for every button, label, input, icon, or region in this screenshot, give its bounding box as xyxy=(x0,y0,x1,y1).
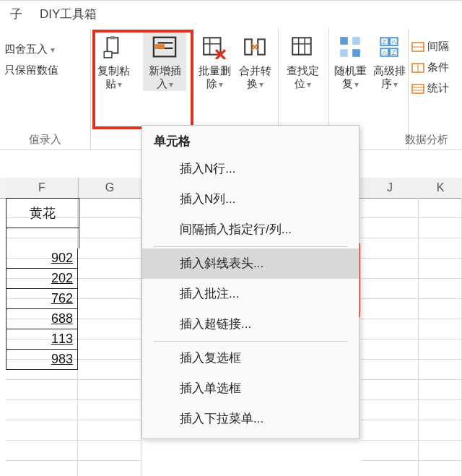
menu-item[interactable]: 间隔插入指定行/列... xyxy=(142,215,359,245)
grid-cell[interactable] xyxy=(78,380,141,400)
grid-cell[interactable] xyxy=(419,299,462,319)
grid-cell[interactable] xyxy=(361,380,419,400)
random-repeat-button[interactable]: 随机重复▾ xyxy=(332,33,368,91)
grid-cell[interactable] xyxy=(78,279,141,299)
grid-cell[interactable] xyxy=(361,279,419,299)
grid-cell[interactable] xyxy=(419,380,462,400)
svg-text:A: A xyxy=(391,38,396,46)
grid-cell[interactable] xyxy=(361,360,419,380)
grid-cell[interactable] xyxy=(78,400,141,420)
data-cell[interactable]: 202 xyxy=(6,269,78,289)
column-header-K[interactable]: K xyxy=(419,178,462,198)
menu-item[interactable]: 插入超链接... xyxy=(142,309,359,339)
grid-cell[interactable] xyxy=(361,218,419,238)
condition-button[interactable]: 条件 xyxy=(411,59,462,76)
column-header-F[interactable]: F xyxy=(6,178,79,199)
grid-cell[interactable] xyxy=(361,299,419,319)
keep-value-only-button[interactable]: 只保留数值 xyxy=(0,64,90,77)
grid-cell[interactable] xyxy=(419,198,462,218)
table-delete-icon xyxy=(200,33,229,61)
new-insert-l1: 新增插 xyxy=(149,64,181,77)
column-header-G[interactable]: G xyxy=(78,178,142,198)
grid-cell[interactable] xyxy=(361,319,419,339)
grid-cell[interactable] xyxy=(419,319,462,339)
menu-item[interactable]: 插入单选框 xyxy=(142,373,359,404)
grid-cell[interactable] xyxy=(361,400,419,420)
menu-item[interactable]: 插入斜线表头... xyxy=(142,248,359,279)
random-repeat-l1: 随机重 xyxy=(334,64,367,77)
grid-cell[interactable] xyxy=(419,420,462,441)
data-cell[interactable]: 113 xyxy=(6,329,78,350)
round-button[interactable]: 四舍五入 ▾ xyxy=(0,43,90,56)
grid-cell[interactable] xyxy=(78,360,141,380)
grid-cell[interactable] xyxy=(361,339,419,360)
grid-cell[interactable] xyxy=(419,360,462,380)
menu-item[interactable]: 插入批注... xyxy=(142,279,359,309)
new-insert-button[interactable]: 新增插入▾ xyxy=(143,33,186,91)
grid-cell[interactable] xyxy=(78,339,141,360)
chevron-down-icon: ▾ xyxy=(219,78,223,91)
grid-cell[interactable] xyxy=(78,198,141,218)
grid-cell[interactable] xyxy=(6,461,78,476)
group-label-value-entry: 值录入 xyxy=(0,133,90,147)
svg-rect-21 xyxy=(352,49,360,57)
grid-cell[interactable] xyxy=(419,339,462,360)
ribbon-section-value-entry: 四舍五入 ▾ 只保留数值 值录入 xyxy=(0,28,91,150)
grid-cell[interactable] xyxy=(78,420,141,441)
statistics-button[interactable]: 统计 xyxy=(411,80,462,97)
tab-diy-toolbox[interactable]: DIY工具箱 xyxy=(31,1,105,28)
table-row[interactable] xyxy=(0,441,462,461)
grid-cell[interactable] xyxy=(361,461,419,476)
data-spacer-cell[interactable] xyxy=(6,228,79,248)
menu-item[interactable]: 插入复选框 xyxy=(142,343,359,373)
grid-cell[interactable] xyxy=(78,259,141,279)
grid-cell[interactable] xyxy=(78,299,141,319)
merge-convert-button[interactable]: 合并转换▾ xyxy=(237,33,273,91)
menu-separator xyxy=(154,246,347,247)
grid-cell[interactable] xyxy=(361,198,419,218)
grid-cell[interactable] xyxy=(78,441,141,461)
grid-cell[interactable] xyxy=(361,238,419,259)
grid-cell[interactable] xyxy=(419,461,462,476)
round-label: 四舍五入 xyxy=(4,43,48,56)
chevron-down-icon: ▾ xyxy=(118,78,122,91)
statistics-label: 统计 xyxy=(427,82,449,95)
grid-cell[interactable] xyxy=(6,441,78,461)
interval-button[interactable]: 间隔 xyxy=(411,38,462,55)
tab-generic-1[interactable]: 子 xyxy=(1,1,31,28)
data-cell[interactable]: 902 xyxy=(6,248,78,269)
menu-item[interactable]: 插入N列... xyxy=(142,184,359,215)
grid-cell[interactable] xyxy=(419,218,462,238)
data-cell[interactable]: 983 xyxy=(6,350,78,370)
insert-dropdown-menu: 单元格 插入N行...插入N列...间隔插入指定行/列...插入斜线表头...插… xyxy=(141,125,359,439)
grid-cell[interactable] xyxy=(78,238,141,259)
data-header-cell[interactable]: 黄花 xyxy=(6,198,79,228)
grid-cell[interactable] xyxy=(78,461,141,476)
data-cell[interactable]: 688 xyxy=(6,309,78,329)
grid-icon xyxy=(336,33,365,61)
grid-cell[interactable] xyxy=(419,259,462,279)
grid-cell[interactable] xyxy=(419,279,462,299)
data-cell[interactable]: 762 xyxy=(6,289,78,309)
grid-cell[interactable] xyxy=(6,380,78,400)
menu-item[interactable]: 插入下拉菜单... xyxy=(142,404,359,434)
copy-paste-button[interactable]: 复制粘贴▾ xyxy=(95,33,131,91)
advanced-sort-l1: 高级排 xyxy=(373,64,406,77)
find-locate-button[interactable]: 查找定位▾ xyxy=(284,33,321,91)
grid-cell[interactable] xyxy=(78,218,141,238)
grid-cell[interactable] xyxy=(361,420,419,441)
grid-cell[interactable] xyxy=(419,238,462,259)
column-header-J[interactable]: J xyxy=(361,178,419,198)
grid-cell[interactable] xyxy=(419,441,462,461)
grid-cell[interactable] xyxy=(419,400,462,420)
grid-cell[interactable] xyxy=(78,319,141,339)
table-row[interactable] xyxy=(0,461,462,476)
grid-cell[interactable] xyxy=(6,400,78,420)
grid-cell[interactable] xyxy=(6,420,78,441)
grid-cell[interactable] xyxy=(361,441,419,461)
advanced-sort-button[interactable]: Z A A Z 高级排序▾ xyxy=(371,33,407,91)
menu-item[interactable]: 插入N行... xyxy=(142,154,359,184)
batch-delete-button[interactable]: 批量删除▾ xyxy=(196,33,232,91)
grid-cell[interactable] xyxy=(361,259,419,279)
copy-paste-l2: 贴 xyxy=(105,77,116,90)
